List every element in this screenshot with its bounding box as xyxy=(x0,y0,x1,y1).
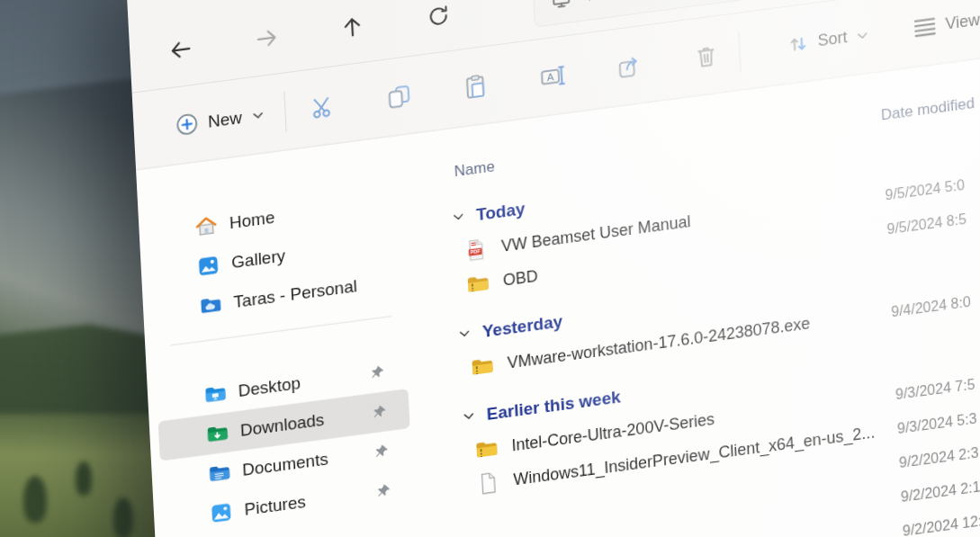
up-button[interactable] xyxy=(338,12,366,42)
scissors-cut-icon xyxy=(309,92,337,122)
toolbar-divider xyxy=(283,91,286,132)
forward-arrow-icon xyxy=(254,24,280,53)
pin-icon xyxy=(371,403,388,421)
group-chevron-icon xyxy=(462,408,477,425)
navigation-pane: Home Gallery Taras - Personal Desktop Do… xyxy=(136,135,435,537)
group-chevron-icon xyxy=(457,326,472,342)
svg-text:A: A xyxy=(547,70,555,82)
generic-file-icon xyxy=(475,470,500,497)
file-date-modified: 9/2/2024 12: xyxy=(903,513,980,537)
up-arrow-icon xyxy=(339,13,365,41)
sidebar-item-label: Downloads xyxy=(239,405,360,441)
sidebar-item-label: Desktop xyxy=(238,365,358,401)
forward-button[interactable] xyxy=(253,23,281,54)
this-pc-icon xyxy=(550,0,572,12)
sort-button[interactable]: Sort xyxy=(786,22,870,57)
rename-button[interactable]: A xyxy=(538,61,566,92)
new-button[interactable]: New xyxy=(175,102,266,138)
documents-folder-icon xyxy=(207,460,231,486)
pin-icon xyxy=(373,443,391,461)
home-icon xyxy=(194,213,219,239)
file-date-modified: 9/3/2024 5:3 xyxy=(897,410,977,437)
copy-icon xyxy=(385,81,413,112)
wallpaper-tree xyxy=(113,497,133,537)
file-date-modified: 9/5/2024 5:0 xyxy=(885,177,965,204)
zip-folder-icon xyxy=(465,270,490,297)
zip-folder-icon xyxy=(469,353,494,380)
view-label: View xyxy=(945,10,980,33)
trash-delete-icon xyxy=(692,40,720,71)
column-header-date-modified[interactable]: Date modified xyxy=(880,94,975,125)
group-label: Today xyxy=(476,199,526,225)
file-date-modified: 9/4/2024 8:0 xyxy=(891,293,971,320)
breadcrumb-chevron-icon xyxy=(584,0,598,4)
pictures-icon xyxy=(209,499,233,525)
cut-button[interactable] xyxy=(309,92,337,122)
file-explorer-window: Downloads New A xyxy=(124,0,980,537)
view-button[interactable]: View xyxy=(912,4,980,41)
chevron-down-icon xyxy=(855,27,870,43)
gallery-icon xyxy=(196,253,220,279)
share-icon xyxy=(616,50,643,81)
back-arrow-icon xyxy=(167,35,193,64)
pdf-file-icon: PDF xyxy=(463,236,489,263)
downloads-folder-icon xyxy=(205,420,229,446)
file-date-modified: 9/5/2024 8:5 xyxy=(886,211,967,238)
plus-circle-icon xyxy=(175,111,200,138)
wallpaper-tree xyxy=(23,476,47,523)
paste-clipboard-icon xyxy=(462,71,490,102)
view-list-icon xyxy=(912,13,938,41)
file-name: OBD xyxy=(502,266,538,290)
file-date-modified: 9/2/2024 2:1 xyxy=(901,479,980,506)
sidebar-item-label: Documents xyxy=(242,444,363,480)
wallpaper-tree xyxy=(76,461,92,496)
paste-button[interactable] xyxy=(462,71,490,102)
file-date-modified: 9/2/2024 2:3 xyxy=(899,444,979,471)
rename-icon: A xyxy=(538,61,566,92)
pin-icon xyxy=(375,482,392,500)
new-button-label: New xyxy=(208,107,243,131)
delete-button[interactable] xyxy=(692,40,720,71)
onedrive-folder-icon xyxy=(198,292,222,318)
back-button[interactable] xyxy=(166,34,194,65)
refresh-button[interactable] xyxy=(424,1,452,31)
chevron-down-icon xyxy=(250,107,265,123)
group-chevron-icon xyxy=(451,210,466,226)
copy-button[interactable] xyxy=(385,81,413,112)
zip-folder-icon xyxy=(473,435,499,462)
file-date-modified: 9/3/2024 7:5 xyxy=(895,376,976,403)
refresh-icon xyxy=(426,2,451,29)
sidebar-item-label: Pictures xyxy=(244,484,364,520)
pin-icon xyxy=(369,363,386,381)
sort-label: Sort xyxy=(817,28,848,50)
share-button[interactable] xyxy=(616,50,643,81)
desktop-folder-icon xyxy=(202,380,227,407)
toolbar-divider xyxy=(738,31,741,72)
breadcrumb-downloads[interactable]: Downloads xyxy=(610,0,686,2)
sort-arrows-icon xyxy=(786,31,810,57)
group-label: Yesterday xyxy=(481,311,562,342)
